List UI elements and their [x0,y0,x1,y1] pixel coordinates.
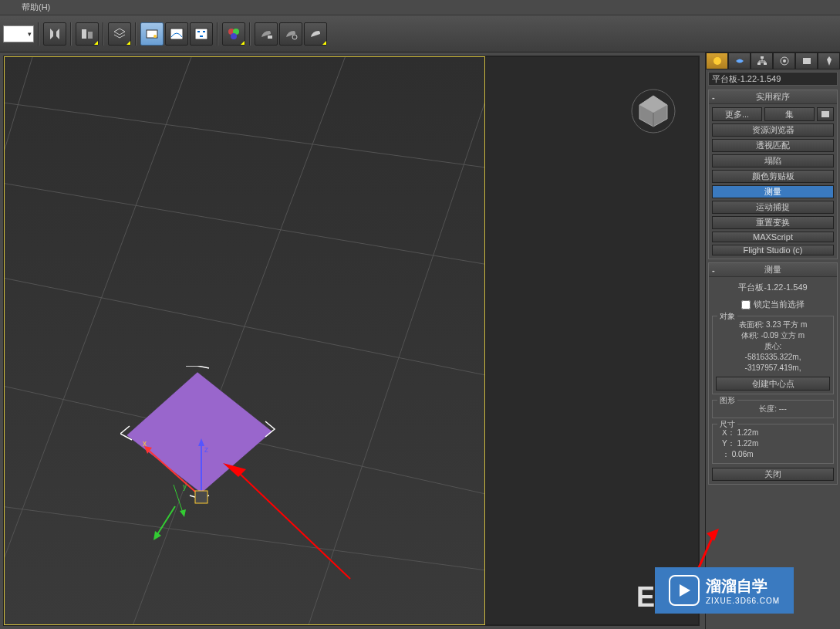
svg-rect-43 [761,56,764,59]
svg-line-31 [157,506,175,536]
utilities-tab[interactable] [818,52,840,69]
layers-button[interactable] [108,22,131,46]
reset-xform-button[interactable]: 重置变换 [712,216,834,229]
svg-text:x: x [143,439,147,448]
svg-point-13 [292,35,297,39]
svg-rect-0 [82,29,86,39]
measure-rollout-header[interactable]: -测量 [709,263,837,277]
viewcube-icon[interactable] [630,88,676,134]
gizmo-icon[interactable]: z x y [140,435,217,551]
shape-group: 图形 长度: --- [712,400,834,418]
toolbar: ▾ [0,15,840,52]
size-group: 尺寸 X： 1.22m Y： 1.22m ： 0.06m [712,424,834,464]
help-menu[interactable]: 帮助(H) [15,2,56,13]
config-button[interactable] [817,107,834,121]
collapse-button[interactable]: 塌陷 [712,154,834,167]
svg-line-19 [5,57,43,624]
viewport-container: z x y [0,52,705,629]
color-clipboard-button[interactable]: 颜色剪贴板 [712,170,834,183]
svg-marker-32 [153,531,161,540]
curve-editor-button[interactable] [165,22,188,46]
svg-point-52 [783,59,786,63]
asset-browser-button[interactable]: 资源浏览器 [712,123,834,137]
svg-rect-4 [170,29,183,39]
measured-object-label: 平台板-1.22-1.549 [712,280,834,295]
svg-rect-1 [88,32,93,39]
graphite-button[interactable] [140,22,164,46]
svg-rect-8 [200,36,203,37]
close-button[interactable]: 关闭 [712,468,834,481]
align-button[interactable] [76,22,99,46]
mirror-button[interactable] [43,22,66,46]
render-button[interactable] [304,22,327,46]
command-panel: 平台板-1.22-1.549 -实用程序 更多... 集 资源浏览器 透视匹配 … [705,52,840,629]
svg-point-11 [231,33,237,39]
flight-studio-button[interactable]: Flight Studio (c) [712,245,834,255]
display-tab[interactable] [795,52,818,69]
create-center-button[interactable]: 创建中心点 [716,377,830,391]
perspective-viewport[interactable]: z x y [4,56,485,625]
create-tab[interactable] [706,52,728,69]
motion-capture-button[interactable]: 运动捕捉 [712,201,834,214]
material-editor-button[interactable] [222,22,245,46]
svg-rect-12 [268,36,272,39]
svg-rect-54 [821,111,829,117]
svg-line-27 [147,449,201,497]
hierarchy-tab[interactable] [751,52,773,69]
svg-marker-34 [180,509,186,517]
measure-rollout: -测量 平台板-1.22-1.549 锁定当前选择 对象 表面积: 3.23 平… [708,262,838,485]
perspective-match-button[interactable]: 透视匹配 [712,139,834,152]
more-button[interactable]: 更多... [712,107,762,121]
svg-rect-6 [197,31,200,32]
motion-tab[interactable] [773,52,795,69]
svg-text:y: y [183,482,187,491]
schematic-view-button[interactable] [190,22,213,46]
object-group: 对象 表面积: 3.23 平方 m 体积: -0.09 立方 m 质心: -58… [712,316,834,394]
modify-tab[interactable] [728,52,751,69]
utilities-rollout-header[interactable]: -实用程序 [709,90,837,104]
object-name-field[interactable]: 平台板-1.22-1.549 [708,72,838,86]
menubar: 帮助(H) [0,0,840,15]
svg-rect-5 [195,29,207,39]
rendered-frame-button[interactable] [279,22,302,46]
watermark-logo-icon [669,575,700,606]
svg-point-42 [713,57,721,65]
svg-line-22 [297,57,484,624]
secondary-viewport[interactable] [485,56,699,625]
svg-line-15 [5,171,484,277]
lock-selection-checkbox[interactable] [741,300,751,309]
svg-rect-7 [203,31,205,32]
lock-selection-label: 锁定当前选择 [754,299,805,310]
maxscript-button[interactable]: MAXScript [712,232,834,242]
measure-button[interactable]: 测量 [712,185,834,198]
svg-rect-53 [803,58,811,64]
viewport[interactable]: z x y [3,56,700,626]
svg-point-3 [153,35,157,38]
svg-line-18 [5,497,484,597]
svg-rect-30 [195,491,207,503]
svg-line-33 [174,485,183,512]
watermark: 溜溜自学 ZIXUE.3D66.COM [655,567,794,614]
svg-line-56 [697,536,713,571]
sets-button[interactable]: 集 [764,107,815,121]
selection-set-dropdown[interactable]: ▾ [3,25,34,42]
svg-marker-25 [198,438,204,446]
command-panel-tabs [706,52,840,69]
utilities-rollout: -实用程序 更多... 集 资源浏览器 透视匹配 塌陷 颜色剪贴板 测量 运动捕… [708,90,838,259]
svg-line-14 [5,93,484,178]
watermark-bg-icon: E [636,581,655,614]
render-setup-button[interactable] [255,22,278,46]
svg-marker-57 [680,584,690,597]
svg-text:z: z [204,445,208,454]
